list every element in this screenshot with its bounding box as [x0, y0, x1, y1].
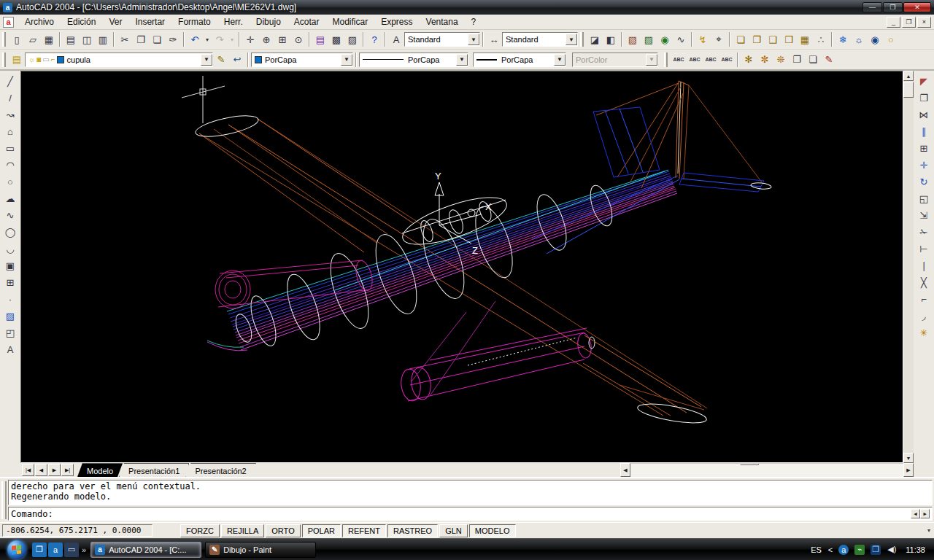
paste-clip-button[interactable]: ❏: [149, 31, 165, 47]
explode-button[interactable]: ✳: [915, 324, 933, 341]
sketch-button[interactable]: ∿: [673, 31, 689, 47]
chevron-down-icon[interactable]: ▼: [468, 34, 479, 45]
open-file-button[interactable]: ▱: [25, 31, 41, 47]
menu-edicion[interactable]: Edición: [61, 15, 102, 28]
layer-freeze-button[interactable]: ❄: [835, 31, 851, 47]
toolbar-grip[interactable]: [580, 32, 584, 47]
color-combo[interactable]: PorCapa ▼: [251, 52, 353, 67]
zoom-realtime-button[interactable]: ⊕: [258, 31, 274, 47]
publish-button[interactable]: ▥: [95, 31, 111, 47]
flatten-button[interactable]: ❊: [773, 52, 789, 68]
trim-button[interactable]: ✁: [915, 224, 933, 241]
command-window-grip[interactable]: [1, 481, 7, 519]
undo-button[interactable]: ↶: [187, 31, 203, 47]
tab-first-button[interactable]: |◀: [22, 464, 34, 476]
menu-express[interactable]: Express: [374, 15, 419, 28]
copy-nested-objects-button[interactable]: ❐: [789, 52, 805, 68]
match-properties-button[interactable]: ✑: [165, 31, 181, 47]
tab-presentación1[interactable]: Presentación1: [119, 463, 189, 477]
layer-manager-button[interactable]: ❏: [733, 31, 749, 47]
tool-palettes-button[interactable]: ▨: [344, 31, 360, 47]
polygon-button[interactable]: ⌂: [1, 123, 19, 140]
tab-next-button[interactable]: ▶: [48, 464, 61, 476]
layer-previous-button[interactable]: ↩: [229, 52, 245, 68]
copy-object-button[interactable]: ❐: [915, 90, 933, 106]
chevron-down-icon[interactable]: ▼: [201, 54, 212, 66]
break-at-point-button[interactable]: ∣: [915, 257, 933, 274]
toggle-forzc[interactable]: FORZC: [180, 524, 220, 537]
layer-walk-button[interactable]: ∴: [813, 31, 829, 47]
switch-windows-icon[interactable]: ❐: [32, 542, 47, 557]
tab-modelo[interactable]: Modelo: [77, 463, 123, 477]
tab-prev-button[interactable]: ◀: [35, 464, 47, 476]
statusbar-menu-icon[interactable]: ▾: [927, 527, 932, 534]
text-mask-button[interactable]: ABC: [687, 52, 703, 68]
help-button[interactable]: ?: [366, 31, 382, 47]
array-button[interactable]: ⊞: [915, 140, 933, 157]
ellipse-button[interactable]: ◯: [1, 224, 19, 241]
insert-block-button[interactable]: ▣: [1, 257, 19, 274]
start-button[interactable]: [7, 540, 26, 559]
scroll-down-icon[interactable]: ▼: [903, 453, 914, 463]
scroll-up-icon[interactable]: ▲: [903, 71, 914, 81]
mdi-close-button[interactable]: ×: [917, 17, 931, 28]
vertical-scroll-thumb[interactable]: [903, 82, 914, 98]
redo-button[interactable]: ↷: [212, 31, 228, 47]
rectangle-button[interactable]: ▭: [1, 140, 19, 157]
chevron-down-icon[interactable]: ▼: [554, 54, 566, 66]
ellipse-arc-button[interactable]: ◡: [1, 241, 19, 257]
plot-button[interactable]: ▤: [63, 31, 79, 47]
designcenter-button[interactable]: ▩: [328, 31, 344, 47]
toggle-orto[interactable]: ORTO: [266, 524, 300, 537]
erase-button[interactable]: ◤: [915, 73, 933, 90]
save-button[interactable]: ▦: [41, 31, 57, 47]
insert-image-button[interactable]: ▧: [625, 31, 641, 47]
tray-volume-icon[interactable]: ◀): [887, 545, 897, 555]
menu-formato[interactable]: Formato: [171, 15, 217, 28]
change-to-current-layer-button[interactable]: ❑: [765, 31, 781, 47]
plot-preview-button[interactable]: ◫: [79, 31, 95, 47]
fillet-button[interactable]: ◞: [915, 308, 933, 324]
region-button[interactable]: ◰: [1, 324, 19, 341]
revision-cloud-button[interactable]: ☁: [1, 190, 19, 207]
menu-acotar[interactable]: Acotar: [287, 15, 326, 28]
scale-button[interactable]: ◱: [915, 190, 933, 207]
toggle-rejilla[interactable]: REJILLA: [221, 524, 264, 537]
chevron-down-icon[interactable]: ▼: [341, 54, 352, 66]
mdi-restore-button[interactable]: ❐: [902, 17, 916, 28]
menu-ayuda[interactable]: ?: [465, 15, 483, 28]
chevron-down-icon[interactable]: ▼: [566, 34, 577, 45]
toggle-modelo[interactable]: MODELO: [469, 524, 516, 537]
undo-dropdown-button[interactable]: ▾: [203, 31, 212, 47]
move-button[interactable]: ✛: [915, 157, 933, 174]
zoom-window-button[interactable]: ⊞: [274, 31, 290, 47]
mdi-minimize-button[interactable]: _: [887, 17, 900, 28]
scroll-right-icon[interactable]: ▶: [903, 463, 914, 477]
menu-herr[interactable]: Herr.: [217, 15, 250, 28]
text-fit-button[interactable]: ABC: [671, 52, 687, 68]
mirror-button[interactable]: ⋈: [915, 106, 933, 123]
quick-select-button[interactable]: ↯: [695, 31, 711, 47]
toggle-polar[interactable]: POLAR: [302, 524, 341, 537]
menu-dibujo[interactable]: Dibujo: [250, 15, 287, 28]
hatch-button[interactable]: ▨: [1, 308, 19, 324]
text-style-icon[interactable]: A: [388, 31, 404, 47]
taskbar-clock[interactable]: 11:38: [906, 545, 925, 554]
tab-presentación2[interactable]: Presentación2: [185, 463, 255, 477]
make-block-button[interactable]: ⊞: [1, 274, 19, 291]
command-input[interactable]: Comando: ◀ ▶: [8, 507, 933, 521]
stretch-button[interactable]: ⇲: [915, 207, 933, 224]
paste-original-coords-button[interactable]: ❏: [805, 52, 821, 68]
layer-off-button[interactable]: ☼: [851, 31, 867, 47]
menu-insertar[interactable]: Insertar: [128, 15, 171, 28]
horizontal-scroll-thumb[interactable]: [740, 464, 759, 465]
copy-clip-button[interactable]: ❐: [133, 31, 149, 47]
zoom-previous-button[interactable]: ⊙: [290, 31, 306, 47]
arc-aligned-text-button[interactable]: ABC: [703, 52, 719, 68]
point-button[interactable]: ·: [1, 291, 19, 308]
image-adjust-button[interactable]: ▨: [641, 31, 657, 47]
polyline-button[interactable]: ↝: [1, 106, 19, 123]
properties-button[interactable]: ▤: [312, 31, 328, 47]
show-desktop-icon[interactable]: ▭: [64, 542, 79, 557]
tray-power-icon[interactable]: ⌁: [854, 545, 865, 555]
